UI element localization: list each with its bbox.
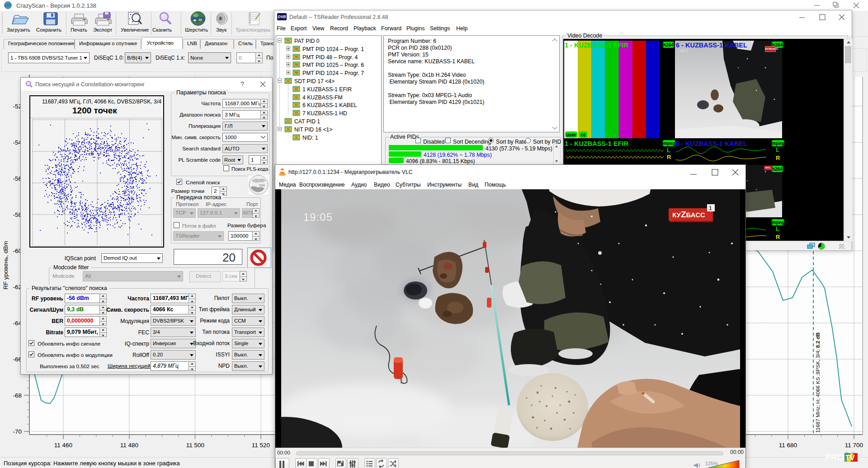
svg-text:SD: SD xyxy=(287,80,290,82)
svg-text:SD: SD xyxy=(295,104,298,107)
svg-text:11 480: 11 480 xyxy=(120,442,138,449)
svg-text:PM: PM xyxy=(294,64,298,66)
svg-text:PM: PM xyxy=(294,71,298,74)
svg-text:SD: SD xyxy=(295,88,298,90)
svg-text:CA: CA xyxy=(287,120,290,122)
svg-text:КУZБАСС: КУZБАСС xyxy=(672,210,705,219)
svg-text:11 500: 11 500 xyxy=(186,442,204,449)
svg-text:PM: PM xyxy=(294,47,298,50)
svg-text:11 520: 11 520 xyxy=(252,442,270,449)
svg-text:11 700: 11 700 xyxy=(845,442,863,449)
svg-text:1: 1 xyxy=(709,205,712,211)
svg-text:11 680: 11 680 xyxy=(779,442,797,449)
svg-text:PRO: PRO xyxy=(825,452,844,462)
svg-text:SD: SD xyxy=(295,112,298,114)
svg-text:-68: -68 xyxy=(13,392,22,399)
svg-text:PM: PM xyxy=(294,56,298,58)
svg-text:SD: SD xyxy=(295,96,298,98)
svg-text:11687 MHz; H; 4066 KS ;8PSK, 3: 11687 MHz; H; 4066 KS ;8PSK, 3/4; 8.2 dB xyxy=(815,332,821,433)
svg-text:-70: -70 xyxy=(13,428,22,435)
svg-text:PA: PA xyxy=(287,39,290,42)
svg-text:TV: TV xyxy=(845,454,855,462)
svg-text:NI: NI xyxy=(287,128,290,131)
svg-text:11 460: 11 460 xyxy=(54,442,72,449)
svg-text:NI: NI xyxy=(295,136,298,139)
svg-text:19:05: 19:05 xyxy=(303,211,333,223)
svg-text:RF уровень, dBm: RF уровень, dBm xyxy=(2,241,9,290)
